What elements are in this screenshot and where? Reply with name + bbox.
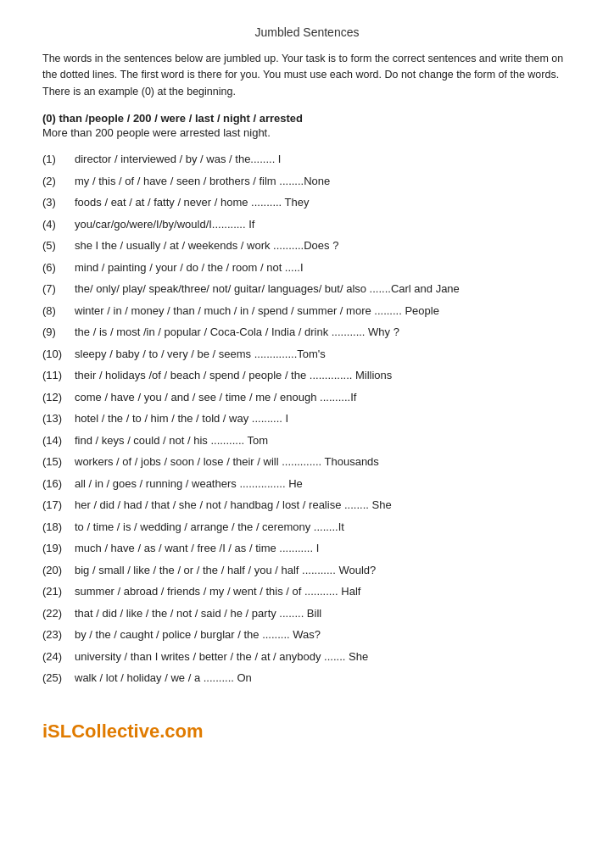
sentence-content: winter / in / money / than / much / in /… [75, 303, 572, 320]
sentence-content: all / in / goes / running / weathers ...… [75, 476, 572, 492]
sentence-content: come / have / you / and / see / time / m… [75, 389, 572, 406]
sentence-content: their / holidays /of / beach / spend / p… [75, 367, 572, 384]
list-item: (9)the / is / most /in / popular / Coca-… [42, 324, 572, 341]
footer: iSLCollective.com [42, 721, 572, 743]
sentence-content: director / interviewed / by / was / the.… [75, 151, 572, 168]
footer-rest: Collective.com [71, 721, 203, 742]
list-item: (18)to / time / is / wedding / arrange /… [42, 519, 572, 536]
sentence-number: (9) [42, 324, 75, 341]
list-item: (14)find / keys / could / not / his ....… [42, 432, 572, 449]
list-item: (24)university / than I writes / better … [42, 648, 572, 665]
sentence-content: university / than I writes / better / th… [75, 648, 572, 665]
sentence-content: find / keys / could / not / his ........… [75, 432, 572, 449]
sentence-number: (14) [42, 432, 75, 449]
sentence-list: (1)director / interviewed / by / was / t… [42, 151, 572, 687]
list-item: (22)that / did / like / the / not / said… [42, 605, 572, 622]
sentence-number: (4) [42, 216, 75, 233]
sentence-content: foods / eat / at / fatty / never / home … [75, 194, 572, 211]
sentence-content: much / have / as / want / free /I / as /… [75, 540, 572, 557]
sentence-number: (15) [42, 453, 75, 470]
sentence-content: sleepy / baby / to / very / be / seems .… [75, 346, 572, 363]
list-item: (4)you/car/go/were/I/by/would/I.........… [42, 216, 572, 233]
sentence-content: mind / painting / your / do / the / room… [75, 259, 572, 276]
sentence-number: (19) [42, 540, 75, 557]
sentence-content: my / this / of / have / seen / brothers … [75, 173, 572, 190]
example-block: (0) than /people / 200 / were / last / n… [42, 112, 572, 139]
list-item: (8)winter / in / money / than / much / i… [42, 303, 572, 320]
sentence-content: by / the / caught / police / burglar / t… [75, 626, 572, 643]
sentence-number: (17) [42, 497, 75, 514]
sentence-number: (1) [42, 151, 75, 168]
list-item: (21)summer / abroad / friends / my / wen… [42, 583, 572, 600]
sentence-content: hotel / the / to / him / the / told / wa… [75, 410, 572, 427]
page-title: Jumbled Sentences [42, 25, 572, 39]
sentence-content: that / did / like / the / not / said / h… [75, 605, 572, 622]
sentence-content: workers / of / jobs / soon / lose / thei… [75, 453, 572, 470]
list-item: (7)the/ only/ play/ speak/three/ not/ gu… [42, 281, 572, 298]
sentence-content: big / small / like / the / or / the / ha… [75, 562, 572, 579]
sentence-number: (20) [42, 562, 75, 579]
list-item: (25)walk / lot / holiday / we / a ......… [42, 670, 572, 687]
list-item: (12)come / have / you / and / see / time… [42, 389, 572, 406]
sentence-content: you/car/go/were/I/by/would/I........... … [75, 216, 572, 233]
sentence-number: (2) [42, 173, 75, 190]
instructions-text: The words in the sentences below are jum… [42, 51, 572, 100]
sentence-number: (8) [42, 303, 75, 320]
list-item: (23)by / the / caught / police / burglar… [42, 626, 572, 643]
list-item: (5)she I the / usually / at / weekends /… [42, 237, 572, 254]
sentence-content: the/ only/ play/ speak/three/ not/ guita… [75, 281, 572, 298]
sentence-number: (23) [42, 626, 75, 643]
sentence-number: (11) [42, 367, 75, 384]
example-question: (0) than /people / 200 / were / last / n… [42, 112, 572, 125]
sentence-number: (24) [42, 648, 75, 665]
sentence-number: (16) [42, 476, 75, 492]
list-item: (2)my / this / of / have / seen / brothe… [42, 173, 572, 190]
sentence-number: (5) [42, 237, 75, 254]
sentence-content: the / is / most /in / popular / Coca-Col… [75, 324, 572, 341]
list-item: (3)foods / eat / at / fatty / never / ho… [42, 194, 572, 211]
sentence-number: (25) [42, 670, 75, 687]
sentence-content: summer / abroad / friends / my / went / … [75, 583, 572, 600]
sentence-number: (12) [42, 389, 75, 406]
list-item: (19)much / have / as / want / free /I / … [42, 540, 572, 557]
sentence-number: (13) [42, 410, 75, 427]
list-item: (15)workers / of / jobs / soon / lose / … [42, 453, 572, 470]
sentence-content: she I the / usually / at / weekends / wo… [75, 237, 572, 254]
list-item: (6)mind / painting / your / do / the / r… [42, 259, 572, 276]
list-item: (13)hotel / the / to / him / the / told … [42, 410, 572, 427]
list-item: (16)all / in / goes / running / weathers… [42, 476, 572, 492]
sentence-number: (3) [42, 194, 75, 211]
sentence-number: (10) [42, 346, 75, 363]
list-item: (20)big / small / like / the / or / the … [42, 562, 572, 579]
list-item: (10)sleepy / baby / to / very / be / see… [42, 346, 572, 363]
sentence-content: her / did / had / that / she / not / han… [75, 497, 572, 514]
sentence-number: (21) [42, 583, 75, 600]
sentence-number: (18) [42, 519, 75, 536]
list-item: (1)director / interviewed / by / was / t… [42, 151, 572, 168]
example-answer: More than 200 people were arrested last … [42, 126, 572, 139]
list-item: (11)their / holidays /of / beach / spend… [42, 367, 572, 384]
sentence-number: (6) [42, 259, 75, 276]
sentence-content: walk / lot / holiday / we / a ..........… [75, 670, 572, 687]
footer-brand: iSL [42, 721, 71, 742]
list-item: (17)her / did / had / that / she / not /… [42, 497, 572, 514]
sentence-number: (22) [42, 605, 75, 622]
sentence-number: (7) [42, 281, 75, 298]
sentence-content: to / time / is / wedding / arrange / the… [75, 519, 572, 536]
